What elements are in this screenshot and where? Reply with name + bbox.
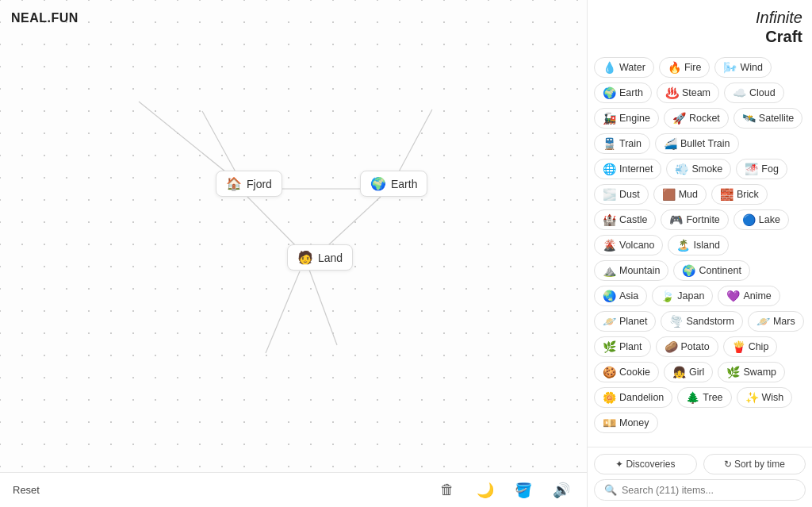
item-emoji: 🌐 [603,163,616,175]
item-emoji: 🧱 [720,188,733,201]
item-label: Island [693,240,719,251]
item-emoji: 🚀 [672,112,686,125]
node-land-label: Land [318,252,343,264]
list-item[interactable]: 🌍Earth [594,83,652,103]
item-label: Continent [699,265,741,276]
list-item[interactable]: 🌬️Wind [714,57,771,78]
item-label: Chip [749,341,769,352]
item-label: Cloud [749,87,776,98]
moon-button[interactable]: 🌙 [473,478,498,503]
item-emoji: 🌍 [603,86,616,99]
item-label: Dust [619,189,640,200]
item-emoji: 🔵 [742,213,756,226]
item-emoji: 🍪 [603,366,616,378]
reset-button[interactable]: Reset [13,484,40,496]
list-item[interactable]: 🚆Train [594,133,650,154]
item-emoji: 🛰️ [742,112,756,125]
item-emoji: 🟫 [662,188,676,201]
title-infinite: Infinite [756,9,802,26]
panel-title-area: Infinite Craft [588,0,812,51]
list-item[interactable]: 🥔Potato [656,336,718,357]
bottom-toolbar: Reset 🗑 🌙 🪣 🔊 [0,472,587,507]
item-label: Fog [761,163,779,175]
list-item[interactable]: 💜Anime [718,286,779,306]
item-label: Train [619,138,642,149]
item-label: Sandstorm [686,316,733,327]
item-emoji: 🌍 [682,264,695,277]
volume-button[interactable]: 🔊 [549,478,574,503]
node-earth[interactable]: 🌍 Earth [360,171,427,197]
list-item[interactable]: 🔵Lake [733,209,789,230]
item-emoji: ♨️ [665,86,679,99]
list-item[interactable]: 🏰Castle [594,209,656,230]
item-emoji: ⛰️ [603,264,616,277]
list-item[interactable]: 🧱Brick [711,184,768,205]
list-item[interactable]: 🚀Rocket [664,108,729,129]
item-label: Steam [682,87,710,98]
list-item[interactable]: 🍪Cookie [594,362,659,382]
title-craft: Craft [765,28,802,45]
item-emoji: 💧 [603,61,616,74]
list-item[interactable]: 🟫Mud [653,184,707,205]
list-item[interactable]: 🌐Internet [594,159,661,179]
item-emoji: 🌪️ [669,315,683,328]
node-land[interactable]: 🧑 Land [287,244,353,271]
item-label: Fortnite [686,214,719,225]
list-item[interactable]: 🎮Fortnite [661,209,728,230]
item-emoji: 💨 [675,163,688,175]
list-item[interactable]: 🌁Fog [736,159,787,179]
list-item[interactable]: 🚂Engine [594,108,659,129]
list-item[interactable]: ♨️Steam [657,83,719,103]
list-item[interactable]: 🌿Swamp [718,362,785,382]
panel-bottom: ✦ Discoveries ↻ Sort by time 🔍 [588,447,812,507]
item-emoji: 🚂 [603,112,616,125]
list-item[interactable]: 🚄Bullet Train [655,133,739,154]
item-emoji: 🌏 [603,290,616,302]
list-item[interactable]: 🏝️Island [668,235,728,255]
svg-line-4 [202,111,238,176]
item-label: Asia [619,290,638,302]
item-emoji: 🪐 [603,315,616,328]
list-item[interactable]: 🍟Chip [723,336,778,357]
list-item[interactable]: 🌿Plant [594,336,651,357]
search-input[interactable] [622,485,795,496]
list-item[interactable]: 🍃Japan [652,286,713,306]
list-item[interactable]: 💨Smoke [666,159,731,179]
item-label: Volcano [619,240,654,251]
list-item[interactable]: 🪐Planet [594,311,656,332]
list-item[interactable]: 💴Money [594,413,658,433]
list-item[interactable]: ⛰️Mountain [594,260,668,281]
items-scroll[interactable]: 💧Water🔥Fire🌬️Wind🌍Earth♨️Steam☁️Cloud🚂En… [588,51,812,447]
list-item[interactable]: 🌍Continent [673,260,750,281]
item-label: Castle [619,214,647,225]
list-item[interactable]: 🔥Fire [659,57,710,78]
list-item[interactable]: 🪐Mars [748,311,804,332]
item-emoji: 🍟 [732,340,745,353]
canvas-area[interactable]: NEAL.FUN 🏠 Fjord 🌍 Earth 🧑 Land Reset 🗑 … [0,0,587,507]
list-item[interactable]: 🌲Tree [677,387,731,408]
item-label: Rocket [689,113,720,124]
list-item[interactable]: 👧Girl [664,362,713,382]
list-item[interactable]: 🌋Volcano [594,235,663,255]
brush-button[interactable]: 🪣 [511,478,536,503]
discoveries-button[interactable]: ✦ Discoveries [594,454,697,474]
item-emoji: 🌲 [686,391,699,404]
list-item[interactable]: ✨Wish [737,387,793,408]
node-fjord[interactable]: 🏠 Fjord [216,171,282,197]
trash-button[interactable]: 🗑 [435,478,460,503]
search-box[interactable]: 🔍 [594,479,806,501]
list-item[interactable]: 🌏Asia [594,286,647,306]
list-item[interactable]: 🌼Dandelion [594,387,672,408]
sort-button[interactable]: ↻ Sort by time [703,454,806,474]
list-item[interactable]: 💧Water [594,57,654,78]
list-item[interactable]: 🌪️Sandstorm [661,311,742,332]
list-item[interactable]: ☁️Cloud [724,83,784,103]
item-emoji: 🌼 [603,391,616,404]
item-label: Internet [619,163,653,175]
node-fjord-label: Fjord [247,178,272,190]
item-label: Wind [740,62,762,73]
list-item[interactable]: 🌫️Dust [594,184,649,205]
item-label: Girl [689,367,704,378]
list-item[interactable]: 🛰️Satellite [733,108,802,129]
item-label: Mountain [619,265,660,276]
